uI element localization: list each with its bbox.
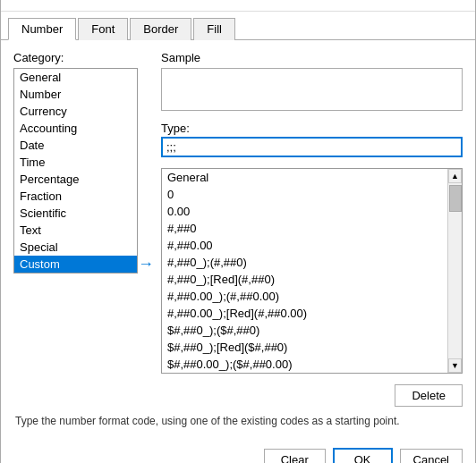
delete-button[interactable]: Delete — [395, 384, 463, 407]
title-icon-group: ? ✕ — [427, 0, 466, 5]
bottom-button-row: Clear OK Cancel — [1, 439, 475, 463]
format-item[interactable]: $#,##0_);($#,##0) — [162, 322, 446, 339]
format-item[interactable]: $#,##0.00_);($#,##0.00) — [162, 356, 446, 373]
scroll-down-button[interactable]: ▼ — [448, 358, 462, 373]
category-label: Category: — [13, 51, 152, 64]
format-item[interactable]: #,##0.00_);(#,##0.00) — [162, 288, 446, 305]
scrollbar[interactable]: ▲ ▼ — [447, 169, 462, 373]
list-item[interactable]: Fraction — [14, 188, 137, 205]
type-section: Type: — [161, 122, 463, 161]
list-item[interactable]: General — [14, 69, 137, 86]
format-item[interactable]: #,##0_);[Red](#,##0) — [162, 271, 446, 288]
type-input[interactable] — [161, 137, 463, 157]
type-label: Type: — [161, 122, 463, 135]
tab-border[interactable]: Border — [130, 18, 191, 40]
category-panel: Category: General Number Currency Accoun… — [13, 51, 152, 407]
sample-label: Sample — [161, 51, 463, 64]
tab-number[interactable]: Number — [8, 18, 76, 40]
scrollbar-thumb[interactable] — [449, 185, 462, 212]
sample-value-box — [161, 68, 463, 111]
main-content: Category: General Number Currency Accoun… — [1, 40, 475, 440]
category-listbox[interactable]: General Number Currency Accounting Date … — [13, 68, 138, 274]
format-cells-dialog: Format Cells ? ✕ Number Font Border Fill… — [0, 0, 476, 463]
list-item[interactable]: Scientific — [14, 205, 137, 222]
ok-button[interactable]: OK — [333, 448, 393, 463]
format-item[interactable]: #,##0 — [162, 220, 446, 237]
format-item[interactable]: 0 — [162, 186, 446, 203]
format-list-section: General 0 0.00 #,##0 #,##0.00 #,##0_);(#… — [161, 168, 463, 374]
title-bar: Format Cells ? ✕ — [1, 0, 475, 12]
list-item[interactable]: Time — [14, 154, 137, 171]
format-item[interactable]: #,##0.00 — [162, 237, 446, 254]
list-item[interactable]: Currency — [14, 103, 137, 120]
clear-button[interactable]: Clear — [264, 449, 326, 463]
sample-section: Sample — [161, 51, 463, 114]
main-row: Category: General Number Currency Accoun… — [13, 51, 463, 407]
list-item[interactable]: Number — [14, 86, 137, 103]
tab-font[interactable]: Font — [78, 18, 128, 40]
type-input-row — [161, 137, 463, 157]
format-item[interactable]: $#,##0_);[Red]($#,##0) — [162, 339, 446, 356]
category-list-wrapper: General Number Currency Accounting Date … — [13, 68, 152, 274]
list-item-custom[interactable]: Custom — [14, 256, 137, 273]
format-item[interactable]: 0.00 — [162, 203, 446, 220]
cancel-button[interactable]: Cancel — [400, 449, 463, 463]
format-item[interactable]: #,##0_);(#,##0) — [162, 254, 446, 271]
tab-bar: Number Font Border Fill — [1, 12, 475, 40]
delete-row: Delete — [161, 384, 463, 407]
list-item[interactable]: Percentage — [14, 171, 137, 188]
list-item[interactable]: Text — [14, 222, 137, 239]
format-listbox[interactable]: General 0 0.00 #,##0 #,##0.00 #,##0_);(#… — [161, 168, 463, 374]
right-panel: Sample Type: General 0 — [161, 51, 463, 407]
category-list-inner: General Number Currency Accounting Date … — [13, 68, 138, 274]
list-item[interactable]: Accounting — [14, 120, 137, 137]
format-item[interactable]: General — [162, 169, 446, 186]
scroll-up-button[interactable]: ▲ — [448, 169, 462, 183]
dialog-title: Format Cells — [10, 0, 76, 3]
arrow-indicator: → — [138, 255, 154, 274]
scrollbar-track — [448, 183, 462, 358]
help-button[interactable]: ? — [427, 0, 445, 5]
list-item[interactable]: Special — [14, 239, 137, 256]
close-button[interactable]: ✕ — [448, 0, 466, 5]
format-item[interactable]: #,##0.00_);[Red](#,##0.00) — [162, 305, 446, 322]
tab-fill[interactable]: Fill — [193, 18, 235, 40]
description-text: Type the number format code, using one o… — [13, 414, 463, 429]
list-item[interactable]: Date — [14, 137, 137, 154]
